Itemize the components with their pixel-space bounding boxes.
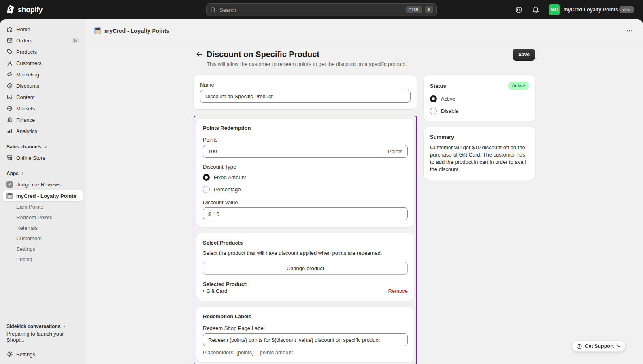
redemption-labels-card: Redemption Labels Redeem Shop Page Label… [196,307,414,362]
page-subtitle: This will allow the customer to redeem p… [207,61,407,67]
radio-label: Disable [441,108,458,114]
discount-type-fixed-amount-option[interactable]: Fixed Amount [203,174,408,181]
section-label: Sidekick conversations [6,324,60,329]
section-label: Apps [6,171,19,176]
status-badge: Active [508,82,529,90]
sidekick-conversations-header[interactable]: Sidekick conversations [3,321,83,332]
sidebar-subitem-referrals[interactable]: Referrals [3,222,83,233]
sidebar-item-label: Products [16,49,37,55]
home-icon [6,26,13,32]
sidekick-face-icon [515,6,522,13]
sidebar-item-analytics[interactable]: Analytics [3,125,83,137]
sidebar-item-finance[interactable]: Finance [3,114,83,125]
points-redemption-highlight-outline: Points Redemption Points Points Discount… [194,116,417,364]
select-products-card: Select Products Select the product that … [196,233,414,301]
sidebar-subitem-settings[interactable]: Settings [3,243,83,254]
radio-fixed-amount[interactable] [203,174,210,181]
sidekick-conversation-item[interactable]: Preparing to launch your Shopi... [3,332,83,342]
radio-label: Percentage [214,186,241,193]
sidebar-item-marketing[interactable]: Marketing [3,69,83,80]
search-input[interactable]: Search CTRL K [206,3,437,16]
placeholders-helper-text: Placeholders: {points} = points amount [203,349,408,356]
back-button[interactable] [194,49,205,60]
sidebar-item-label: Orders [16,38,32,44]
sidebar-item-mycred-loyalty-points[interactable]: myCred - Loyalty Points [3,190,83,201]
sidebar-item-home[interactable]: Home [3,23,83,35]
subitem-label: Referrals [16,225,38,231]
bell-icon [532,6,539,13]
sales-channels-header[interactable]: Sales channels [3,142,83,152]
discount-type-percentage-option[interactable]: Percentage [203,186,408,193]
shortcut-ctrl-key: CTRL [406,6,422,13]
subitem-label: Settings [16,246,35,252]
sidebar-item-settings[interactable]: Settings [3,349,83,360]
status-disable-option[interactable]: Disable [430,108,529,114]
sidebar-subitem-pricing[interactable]: Pricing [3,254,83,265]
discount-value-input[interactable] [213,211,402,217]
sidebar-item-discounts[interactable]: Discounts [3,80,83,91]
sidebar-item-customers[interactable]: Customers [3,57,83,69]
app-logo-face-icon [94,27,101,34]
sidebar-subitem-earn-points[interactable]: Earn Points [3,201,83,212]
sidebar-subitem-customers[interactable]: Customers [3,233,83,243]
products-tag-icon [6,49,13,55]
marketing-megaphone-icon [6,71,13,78]
redemption-labels-heading: Redemption Labels [203,313,408,320]
apps-header[interactable]: Apps [3,168,83,179]
status-active-option[interactable]: Active [430,95,529,102]
redeem-shop-page-label-input[interactable] [208,337,402,343]
page-title: Discount on Specific Product [207,49,407,60]
app-header-menu-button[interactable] [626,27,633,34]
conversation-label: Preparing to launch your Shopi... [6,331,79,343]
radio-percentage[interactable] [203,186,210,193]
sidebar-item-label: Content [16,94,35,100]
status-card: Status Active Active Disable [424,75,535,121]
name-input[interactable] [205,93,405,99]
app-title: myCred - Loyalty Points [104,28,169,34]
get-support-button[interactable]: ? Get Support [572,341,626,352]
selected-product-label: Selected Product: [203,281,248,287]
question-icon: ? [576,343,582,349]
sidekick-button[interactable] [512,3,525,16]
points-input[interactable] [208,148,385,154]
select-products-description: Select the product that will have discou… [203,250,408,256]
customers-icon [6,60,13,66]
sidebar-item-label: Analytics [16,128,37,134]
sidebar-item-orders[interactable]: Orders 5 [3,35,83,46]
sidebar-item-content[interactable]: Content [3,91,83,103]
content-image-icon [6,94,13,100]
judgeme-check-icon: ✓ [6,181,13,188]
svg-text:?: ? [578,345,580,348]
app-header: myCred - Loyalty Points [86,19,643,42]
sidebar-item-markets[interactable]: Markets [3,103,83,114]
radio-status-active[interactable] [430,95,437,102]
chevron-right-icon [44,145,48,149]
radio-status-disable[interactable] [430,108,437,114]
subitem-label: Redeem Points [16,214,52,220]
redeem-shop-page-label: Redeem Shop Page Label [203,325,408,331]
save-button[interactable]: Save [513,49,535,61]
notifications-button[interactable] [529,3,542,16]
change-product-button[interactable]: Change product [203,262,408,275]
sidebar-subitem-redeem-points[interactable]: Redeem Points [3,212,83,222]
finance-bank-icon [6,116,13,123]
sidebar-item-label: Customers [16,60,42,66]
sidebar-item-online-store[interactable]: Online Store [3,152,83,163]
sidebar-item-label: Online Store [16,155,45,161]
subitem-label: Customers [16,235,42,241]
sidebar-item-label: Home [16,26,30,32]
chevron-down-icon [616,344,621,349]
sidebar-item-label: Judge.me Reviews [16,182,61,188]
back-arrow-icon [196,51,203,58]
shopify-bag-icon [6,5,15,15]
account-menu[interactable]: MO myCred Loyalty Points (D... dev [546,2,637,17]
topbar: shopify Search CTRL K MO myCred Loyalty … [0,0,643,19]
sidebar-item-judgeme-reviews[interactable]: ✓ Judge.me Reviews [3,179,83,190]
remove-product-link[interactable]: Remove [388,288,408,294]
discount-type-label: Discount Type [203,164,408,170]
sidebar-item-label: Markets [16,106,35,112]
radio-label: Active [441,96,455,102]
search-placeholder: Search [219,7,402,13]
sidebar: Home Orders 5 Products Customers Marketi… [0,19,86,364]
sidebar-item-products[interactable]: Products [3,46,83,57]
